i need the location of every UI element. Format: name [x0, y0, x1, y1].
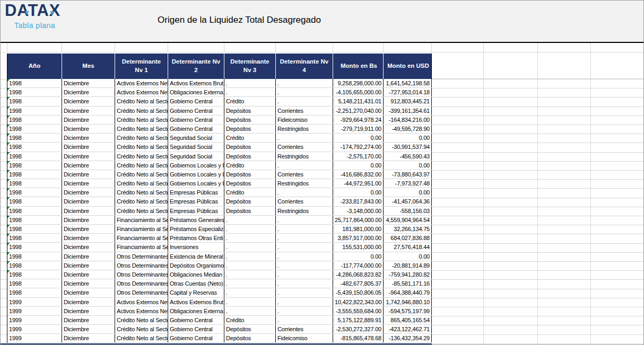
cell-ano[interactable]: 1999: [7, 298, 62, 306]
cell-nv2[interactable]: Gobierno Central: [168, 107, 224, 115]
cell-ano[interactable]: 1998: [7, 216, 62, 224]
cell-nv3[interactable]: Depósitos: [224, 170, 276, 179]
cell-bs[interactable]: -929,664,978.24: [333, 116, 384, 124]
cell-nv3[interactable]: Depósitos: [224, 179, 276, 188]
cell-nv1[interactable]: Financiamiento al Sec: [115, 234, 168, 242]
cell-usd[interactable]: -20,881,914.89: [384, 261, 432, 270]
cell-bs[interactable]: 25,717,864,000.00: [333, 216, 384, 224]
cell-bs[interactable]: 3,857,917,000.00: [333, 234, 384, 242]
cell-mes[interactable]: Diciembre: [62, 152, 115, 161]
cell-nv4[interactable]: .: [276, 279, 333, 288]
cell-ano[interactable]: 1998: [7, 79, 62, 87]
cell-bs[interactable]: -2,251,270,040.00: [333, 107, 384, 115]
cell-nv4[interactable]: Restringidos: [276, 152, 333, 161]
cell-nv4[interactable]: Fideicomiso: [276, 116, 333, 124]
cell-ano[interactable]: 1998: [7, 152, 62, 161]
cell-mes[interactable]: Diciembre: [62, 270, 115, 279]
cell-ano[interactable]: 1998: [7, 234, 62, 242]
cell-nv2[interactable]: Obligaciones Externa: [168, 88, 224, 96]
cell-bs[interactable]: -416,686,832.00: [333, 170, 384, 179]
cell-mes[interactable]: Diciembre: [62, 216, 115, 224]
cell-nv2[interactable]: Empresas Públicas: [168, 197, 224, 206]
cell-ano[interactable]: 1998: [7, 88, 62, 96]
cell-ano[interactable]: 1998: [7, 170, 62, 179]
cell-bs[interactable]: -117,774,000.00: [333, 261, 384, 270]
cell-usd[interactable]: -30,991,537.94: [384, 143, 432, 151]
cell-nv2[interactable]: Depósitos Organismo: [168, 261, 224, 270]
cell-nv3[interactable]: Crédito: [224, 316, 276, 324]
cell-nv1[interactable]: Crédito Neto al Secto: [115, 152, 168, 161]
cell-mes[interactable]: Diciembre: [62, 252, 115, 261]
cell-mes[interactable]: Diciembre: [62, 170, 115, 179]
cell-nv1[interactable]: Crédito Neto al Secto: [115, 116, 168, 124]
cell-nv2[interactable]: Gobiernos Locales y I: [168, 161, 224, 170]
cell-nv2[interactable]: Inversiones: [168, 243, 224, 251]
cell-nv2[interactable]: Gobierno Central: [168, 116, 224, 124]
cell-nv3[interactable]: .: [224, 307, 276, 315]
cell-nv2[interactable]: Seguridad Social: [168, 134, 224, 142]
cell-nv3[interactable]: .: [224, 298, 276, 306]
cell-nv4[interactable]: Corrientes: [276, 325, 333, 333]
cell-usd[interactable]: 0.00: [384, 188, 432, 197]
cell-nv4[interactable]: .: [276, 252, 333, 261]
cell-usd[interactable]: -399,161,354.61: [384, 107, 432, 115]
cell-nv3[interactable]: Crédito: [224, 134, 276, 142]
cell-usd[interactable]: 0.00: [384, 161, 432, 170]
cell-mes[interactable]: Diciembre: [62, 188, 115, 197]
cell-nv3[interactable]: Depósitos: [224, 125, 276, 133]
cell-bs[interactable]: -233,817,843.00: [333, 197, 384, 206]
cell-nv3[interactable]: Depósitos: [224, 207, 276, 215]
cell-ano[interactable]: 1998: [7, 125, 62, 133]
cell-ano[interactable]: 1998: [7, 188, 62, 197]
cell-nv3[interactable]: .: [224, 261, 276, 270]
cell-usd[interactable]: 865,405,165.54: [384, 316, 432, 324]
cell-usd[interactable]: -7,973,927.48: [384, 179, 432, 188]
cell-nv4[interactable]: .: [276, 270, 333, 279]
header-determinante-nv4[interactable]: Determinante Nv 4: [276, 54, 333, 79]
cell-nv3[interactable]: .: [224, 288, 276, 297]
cell-nv2[interactable]: Activos Externos Brut: [168, 298, 224, 306]
cell-mes[interactable]: Diciembre: [62, 243, 115, 251]
cell-bs[interactable]: 5,148,211,431.01: [333, 97, 384, 105]
cell-mes[interactable]: Diciembre: [62, 234, 115, 242]
cell-nv4[interactable]: .: [276, 225, 333, 233]
cell-nv3[interactable]: .: [224, 243, 276, 251]
cell-mes[interactable]: Diciembre: [62, 116, 115, 124]
cell-usd[interactable]: -558,156.03: [384, 207, 432, 215]
cell-nv4[interactable]: .: [276, 188, 333, 197]
cell-nv3[interactable]: Depósitos: [224, 116, 276, 124]
cell-nv4[interactable]: .: [276, 161, 333, 170]
cell-bs[interactable]: -3,555,559,684.00: [333, 307, 384, 315]
cell-nv1[interactable]: Otros Determinantes: [115, 261, 168, 270]
cell-nv3[interactable]: Depósitos: [224, 325, 276, 333]
cell-nv1[interactable]: Crédito Neto al Secto: [115, 197, 168, 206]
cell-bs[interactable]: -482,677,805.37: [333, 279, 384, 288]
cell-bs[interactable]: 9,258,298,000.00: [333, 79, 384, 87]
cell-mes[interactable]: Diciembre: [62, 325, 115, 333]
cell-usd[interactable]: 0.00: [384, 252, 432, 261]
cell-ano[interactable]: 1998: [7, 288, 62, 297]
cell-nv4[interactable]: .: [276, 234, 333, 242]
cell-mes[interactable]: Diciembre: [62, 161, 115, 170]
header-determinante-nv2[interactable]: Determinante Nv 2: [168, 54, 224, 79]
cell-nv1[interactable]: Otros Determinantes: [115, 279, 168, 288]
cell-usd[interactable]: -594,575,197.99: [384, 307, 432, 315]
cell-bs[interactable]: -3,148,000.00: [333, 207, 384, 215]
cell-nv2[interactable]: Otras Cuentas (Neto): [168, 279, 224, 288]
cell-bs[interactable]: -2,575,170.00: [333, 152, 384, 161]
cell-nv3[interactable]: .: [224, 270, 276, 279]
cell-mes[interactable]: Diciembre: [62, 288, 115, 297]
cell-nv1[interactable]: Crédito Neto al Secto: [115, 325, 168, 333]
cell-bs[interactable]: -279,719,911.00: [333, 125, 384, 133]
cell-mes[interactable]: Diciembre: [62, 279, 115, 288]
cell-nv4[interactable]: Restringidos: [276, 179, 333, 188]
cell-ano[interactable]: 1998: [7, 279, 62, 288]
cell-usd[interactable]: -41,457,064.36: [384, 197, 432, 206]
cell-ano[interactable]: 1998: [7, 261, 62, 270]
cell-ano[interactable]: 1998: [7, 116, 62, 124]
cell-ano[interactable]: 1998: [7, 270, 62, 279]
cell-nv3[interactable]: .: [224, 252, 276, 261]
cell-ano[interactable]: 1999: [7, 334, 62, 342]
cell-usd[interactable]: -49,595,728.90: [384, 125, 432, 133]
cell-nv3[interactable]: Depósitos: [224, 143, 276, 151]
